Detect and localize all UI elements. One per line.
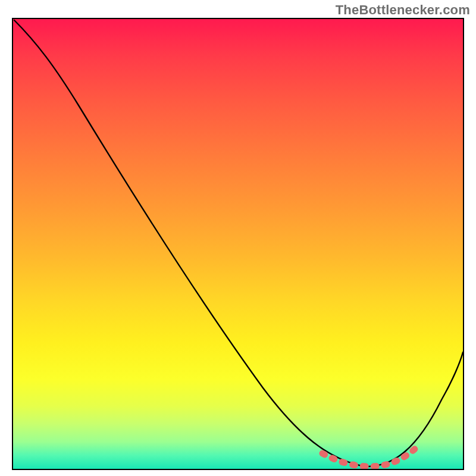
curve-svg [13, 19, 463, 469]
chart-container: TheBottlenecker.com [0, 0, 476, 476]
bottleneck-curve [14, 20, 463, 466]
plot-area [12, 18, 464, 470]
attribution-text: TheBottlenecker.com [336, 2, 470, 18]
